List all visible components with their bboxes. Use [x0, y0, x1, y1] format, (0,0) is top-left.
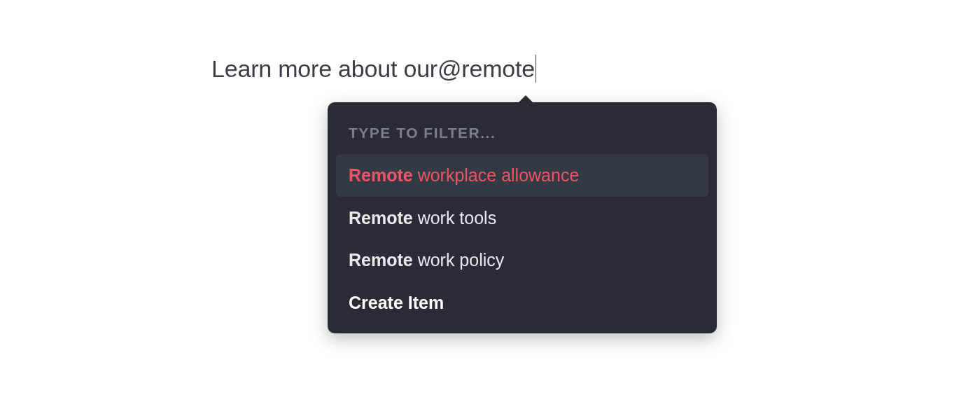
create-item-button[interactable]: Create Item	[336, 282, 708, 324]
dropdown-item-remote-workplace-allowance[interactable]: Remote workplace allowance	[336, 154, 708, 197]
rest-text: work policy	[413, 250, 505, 270]
match-text: Remote	[349, 165, 413, 185]
rest-text: work tools	[413, 208, 496, 228]
input-mention-text: @remote	[438, 55, 535, 83]
dropdown-item-remote-work-tools[interactable]: Remote work tools	[336, 197, 708, 240]
mention-input[interactable]: Learn more about our @remote	[211, 55, 536, 83]
match-text: Remote	[349, 250, 413, 270]
create-item-label: Create Item	[349, 293, 444, 312]
filter-label: TYPE TO FILTER...	[336, 112, 708, 154]
rest-text: workplace allowance	[413, 165, 580, 185]
match-text: Remote	[349, 208, 413, 228]
input-prefix-text: Learn more about our	[211, 55, 438, 83]
mention-dropdown: TYPE TO FILTER... Remote workplace allow…	[328, 102, 717, 333]
dropdown-item-remote-work-policy[interactable]: Remote work policy	[336, 239, 708, 282]
text-cursor	[536, 55, 536, 83]
